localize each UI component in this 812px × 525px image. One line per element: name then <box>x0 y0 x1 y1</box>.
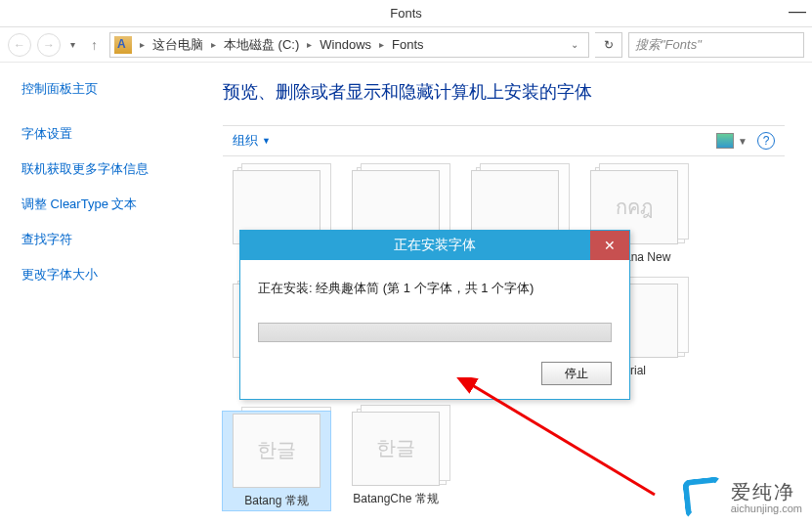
crumb-fonts[interactable]: Fonts <box>392 37 424 52</box>
sidebar-link-cleartype[interactable]: 调整 ClearType 文本 <box>21 196 184 213</box>
sidebar-link-settings[interactable]: 字体设置 <box>21 125 184 143</box>
up-button[interactable]: ↑ <box>85 37 104 53</box>
font-label: Batang 常规 <box>244 494 308 509</box>
sidebar: 控制面板主页 字体设置 联机获取更多字体信息 调整 ClearType 文本 查… <box>0 63 205 525</box>
fonts-folder-icon <box>114 36 132 54</box>
refresh-button[interactable]: ↻ <box>595 32 622 58</box>
font-thumb: 한글 <box>233 414 321 488</box>
watermark: 爱纯净 aichunjing.com <box>684 478 802 517</box>
crumb-sep: ▸ <box>207 39 220 50</box>
back-button[interactable]: ← <box>8 33 31 57</box>
search-input[interactable]: 搜索"Fonts" <box>628 32 804 58</box>
watermark-logo-icon <box>682 476 725 519</box>
dialog-message: 正在安装: 经典趣体简 (第 1 个字体，共 1 个字体) <box>258 280 612 297</box>
page-heading: 预览、删除或者显示和隐藏计算机上安装的字体 <box>223 80 785 104</box>
sidebar-link-charmap[interactable]: 查找字符 <box>21 231 184 248</box>
font-preview-text: 한글 <box>376 435 415 461</box>
history-dropdown[interactable]: ▾ <box>66 39 79 50</box>
font-label: BatangChe 常规 <box>353 492 438 507</box>
crumb-sep: ▸ <box>136 39 149 50</box>
progress-bar <box>258 323 612 342</box>
crumb-sep: ▸ <box>375 39 388 50</box>
crumb-windows[interactable]: Windows <box>320 37 371 52</box>
crumb-computer[interactable]: 这台电脑 <box>152 36 203 54</box>
sidebar-link-home[interactable]: 控制面板主页 <box>21 80 184 98</box>
font-preview-text: 한글 <box>257 437 296 463</box>
window-title: Fonts <box>390 6 422 21</box>
address-dropdown[interactable]: ⌄ <box>565 39 584 50</box>
address-bar: ← → ▾ ↑ ▸ 这台电脑 ▸ 本地磁盘 (C:) ▸ Windows ▸ F… <box>0 27 812 63</box>
help-button[interactable]: ? <box>757 132 775 150</box>
breadcrumb-bar[interactable]: ▸ 这台电脑 ▸ 本地磁盘 (C:) ▸ Windows ▸ Fonts ⌄ <box>109 32 589 58</box>
watermark-en: aichunjing.com <box>731 503 802 514</box>
crumb-sep: ▸ <box>303 39 316 50</box>
crumb-drive[interactable]: 本地磁盘 (C:) <box>224 36 299 54</box>
toolbar: 组织 ▼ ▼ ? <box>223 125 785 156</box>
font-item[interactable]: 한글Batang 常规 <box>223 412 330 511</box>
watermark-cn: 爱纯净 <box>731 481 802 503</box>
minimize-button[interactable]: — <box>789 2 806 20</box>
sidebar-link-size[interactable]: 更改字体大小 <box>21 266 184 284</box>
dialog-title: 正在安装字体 <box>394 237 476 254</box>
organize-button[interactable]: 组织 ▼ <box>233 132 271 150</box>
view-button[interactable] <box>716 133 734 149</box>
sidebar-link-online[interactable]: 联机获取更多字体信息 <box>21 160 184 178</box>
font-item[interactable]: 한글BatangChe 常规 <box>342 412 449 511</box>
stop-button[interactable]: 停止 <box>541 362 612 385</box>
font-preview-text: กคฎ <box>616 192 653 223</box>
dialog-close-button[interactable]: ✕ <box>590 231 629 260</box>
dialog-titlebar: 正在安装字体 ✕ <box>240 231 629 260</box>
install-dialog: 正在安装字体 ✕ 正在安装: 经典趣体简 (第 1 个字体，共 1 个字体) 停… <box>239 230 630 400</box>
forward-button[interactable]: → <box>37 33 61 57</box>
window-titlebar: Fonts — <box>0 0 812 27</box>
font-thumb: 한글 <box>352 412 440 486</box>
view-dropdown[interactable]: ▼ <box>734 136 748 147</box>
